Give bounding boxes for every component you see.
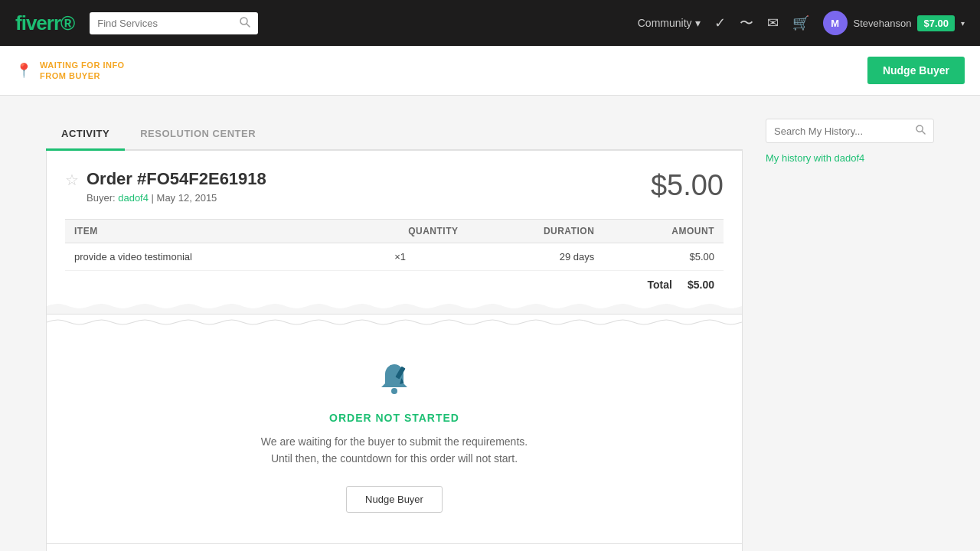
- quick-response-card: Use a quick response ▾ NEW: [46, 544, 743, 551]
- date-separator: |: [149, 192, 157, 204]
- avatar-initial: M: [831, 18, 839, 29]
- svg-line-1: [247, 24, 250, 27]
- nudge-buyer-button-top[interactable]: Nudge Buyer: [867, 57, 965, 84]
- logo[interactable]: fiverr®: [15, 11, 74, 35]
- order-amount: $5.00: [651, 169, 724, 202]
- buyer-link[interactable]: dadof4: [118, 192, 149, 204]
- pin-icon: 📍: [15, 62, 32, 79]
- status-text: WAITING FOR INFO FROM BUYER: [40, 60, 125, 82]
- order-title-wrap: ☆ Order #FO54F2E61918 Buyer: dadof4 | Ma…: [65, 169, 266, 204]
- wavy-divider: [47, 298, 742, 314]
- left-panel: ACTIVITY RESOLUTION CENTER ☆ Order #FO54…: [46, 119, 743, 551]
- total-value: $5.00: [688, 279, 714, 291]
- buyer-prefix: Buyer:: [87, 192, 118, 204]
- order-not-started-label: ORDER NOT STARTED: [62, 412, 727, 424]
- col-amount: AMOUNT: [603, 220, 724, 243]
- right-sidebar: My history with dadof4: [766, 119, 934, 551]
- community-label: Community: [638, 17, 692, 29]
- header-nav: Community ▾ ✓ 〜 ✉ 🛒 M Stevehanson $7.00 …: [638, 11, 965, 35]
- status-left: 📍 WAITING FOR INFO FROM BUYER: [15, 60, 125, 82]
- search-icon: [240, 17, 250, 30]
- col-item: ITEM: [65, 220, 333, 243]
- order-title-info: Order #FO54F2E61918 Buyer: dadof4 | May …: [87, 169, 266, 204]
- analytics-icon[interactable]: 〜: [740, 14, 753, 32]
- user-chevron-icon: ▾: [961, 19, 965, 28]
- history-search-icon: [916, 125, 926, 137]
- wavy-separator: [46, 315, 743, 330]
- svg-point-2: [391, 388, 397, 394]
- order-header: ☆ Order #FO54F2E61918 Buyer: dadof4 | Ma…: [65, 169, 724, 204]
- bell-icon-wrap: [62, 360, 727, 401]
- total-row: Total $5.00: [65, 271, 724, 298]
- status-bar: 📍 WAITING FOR INFO FROM BUYER Nudge Buye…: [0, 46, 980, 96]
- row-amount: $5.00: [603, 243, 724, 271]
- order-title: Order #FO54F2E61918: [87, 169, 266, 189]
- community-button[interactable]: Community ▾: [638, 17, 701, 29]
- order-table: ITEM QUANTITY DURATION AMOUNT provide a …: [65, 219, 724, 271]
- svg-line-6: [922, 131, 925, 134]
- search-bar[interactable]: [90, 12, 258, 34]
- logo-dot: ®: [60, 11, 74, 34]
- user-area[interactable]: M Stevehanson $7.00 ▾: [823, 11, 965, 35]
- avatar: M: [823, 11, 848, 35]
- checkmark-icon[interactable]: ✓: [714, 15, 726, 31]
- waiting-line1: We are waiting for the buyer to submit t…: [62, 433, 727, 450]
- waiting-text: We are waiting for the buyer to submit t…: [62, 433, 727, 468]
- tabs: ACTIVITY RESOLUTION CENTER: [46, 119, 743, 151]
- tab-resolution-center[interactable]: RESOLUTION CENTER: [125, 119, 271, 151]
- status-label-line1: WAITING FOR INFO: [40, 60, 125, 70]
- community-chevron-icon: ▾: [695, 17, 701, 29]
- not-started-card: ORDER NOT STARTED We are waiting for the…: [46, 330, 743, 544]
- username: Stevehanson: [854, 18, 912, 29]
- nudge-buyer-button-center[interactable]: Nudge Buyer: [346, 486, 443, 513]
- waiting-line2: Until then, the countdown for this order…: [62, 450, 727, 467]
- status-label-line2: FROM BUYER: [40, 70, 125, 81]
- logo-text: fiverr: [15, 11, 60, 34]
- tab-activity[interactable]: ACTIVITY: [46, 119, 125, 151]
- main-content: ACTIVITY RESOLUTION CENTER ☆ Order #FO54…: [0, 96, 980, 551]
- history-search[interactable]: [766, 119, 934, 143]
- col-duration: DURATION: [468, 220, 604, 243]
- row-quantity: ×1: [333, 243, 468, 271]
- header: fiverr® Community ▾ ✓ 〜 ✉ 🛒 M Stevehanso…: [0, 0, 980, 46]
- order-date: May 12, 2015: [157, 192, 217, 204]
- history-search-input[interactable]: [774, 126, 911, 137]
- table-row: provide a video testimonial ×1 29 days $…: [65, 243, 724, 271]
- messages-icon[interactable]: ✉: [767, 15, 779, 31]
- col-quantity: QUANTITY: [333, 220, 468, 243]
- total-label: Total: [648, 279, 672, 291]
- balance-badge: $7.00: [917, 15, 955, 31]
- bell-icon: [375, 360, 413, 399]
- cart-icon[interactable]: 🛒: [792, 15, 809, 31]
- order-card: ☆ Order #FO54F2E61918 Buyer: dadof4 | Ma…: [46, 151, 743, 315]
- star-icon[interactable]: ☆: [65, 171, 79, 189]
- history-link[interactable]: My history with dadof4: [766, 152, 934, 164]
- row-duration: 29 days: [468, 243, 604, 271]
- search-input[interactable]: [97, 18, 235, 29]
- order-meta: Buyer: dadof4 | May 12, 2015: [87, 192, 266, 204]
- row-item: provide a video testimonial: [65, 243, 333, 271]
